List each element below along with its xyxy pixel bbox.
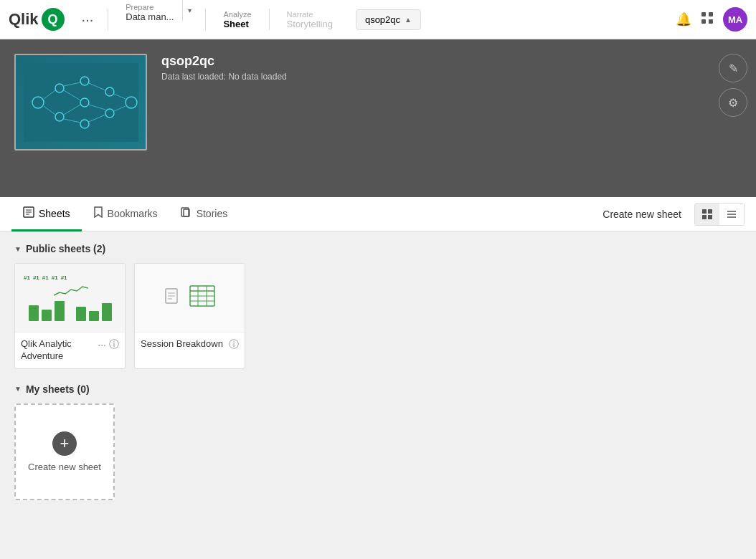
public-sheets-title: Public sheets (2) — [26, 243, 105, 254]
sheet-name-sb: Session Breakdown — [141, 338, 223, 350]
tab-right-area: Create new sheet — [595, 203, 745, 226]
narrate-label: Narrate — [287, 10, 333, 19]
sheet-name-qaa: Qlik Analytic Adventure — [21, 338, 98, 363]
tab-sheets[interactable]: Sheets — [11, 197, 82, 231]
card-info-icon-sb[interactable]: ⓘ — [229, 338, 239, 351]
prepare-value: Data man... — [126, 11, 174, 22]
my-sheets-header[interactable]: ▼ My sheets (0) — [14, 383, 742, 395]
nav-divider-1 — [108, 9, 108, 30]
analyze-button[interactable]: Analyze Sheet — [214, 7, 260, 32]
svg-rect-31 — [702, 209, 707, 214]
stories-tab-icon — [181, 206, 192, 220]
apps-grid-icon[interactable] — [700, 11, 714, 29]
settings-button[interactable]: ⚙ — [719, 88, 747, 117]
sheet-card-sb[interactable]: Session Breakdown ⓘ — [134, 263, 245, 369]
svg-rect-4 — [24, 63, 138, 142]
my-sheets-title: My sheets (0) — [26, 383, 90, 395]
hero-app-info: qsop2qc Data last loaded: No data loaded — [161, 54, 287, 82]
prepare-label: Prepare — [126, 3, 174, 11]
prepare-dropdown-arrow[interactable]: ▾ — [182, 0, 197, 22]
app-name-text: qsop2qc — [365, 14, 400, 25]
create-plus-icon: + — [52, 431, 77, 456]
stories-tab-label: Stories — [197, 208, 228, 219]
qlik-logo[interactable]: Qlik Q — [9, 8, 65, 31]
create-new-sheet-label: Create new sheet — [28, 462, 101, 472]
thumbnail-inner — [16, 55, 146, 149]
thumbnail-chart — [24, 63, 138, 142]
narrate-value: Storytelling — [287, 19, 333, 29]
nav-divider-2 — [205, 9, 206, 30]
bookmarks-tab-icon — [93, 206, 103, 220]
public-sheets-header[interactable]: ▼ Public sheets (2) — [14, 243, 742, 254]
card-footer-qaa: Qlik Analytic Adventure ··· ⓘ — [15, 332, 125, 368]
content-area: ▼ Public sheets (2) #1 #1 #1 #1 #1 — [0, 231, 756, 559]
card-thumbnail-sb — [135, 264, 245, 332]
app-name-pill[interactable]: qsop2qc ▲ — [356, 9, 421, 30]
svg-rect-32 — [708, 209, 712, 214]
app-thumbnail — [14, 54, 147, 150]
prepare-button[interactable]: Prepare Data man... — [117, 0, 182, 39]
narrate-button[interactable]: Narrate Storytelling — [278, 7, 341, 32]
svg-rect-2 — [701, 19, 706, 24]
tab-stories[interactable]: Stories — [169, 197, 240, 231]
create-sheet-top-button[interactable]: Create new sheet — [595, 204, 689, 224]
svg-rect-0 — [701, 12, 706, 16]
sheets-tab-icon — [23, 206, 34, 220]
bookmarks-tab-label: Bookmarks — [108, 208, 158, 219]
prepare-nav-section: Prepare Data man... ▾ — [117, 0, 197, 39]
app-name-chevron-icon: ▲ — [405, 16, 412, 24]
hero-data-status: Data last loaded: No data loaded — [161, 72, 287, 82]
page-icon — [165, 288, 178, 307]
top-navigation: Qlik Q ··· Prepare Data man... ▾ Analyze… — [0, 0, 756, 39]
grid-view-button[interactable] — [695, 204, 719, 225]
user-avatar[interactable]: MA — [723, 7, 747, 32]
card-thumbnail-qaa: #1 #1 #1 #1 #1 — [15, 264, 125, 332]
public-sheets-toggle-icon: ▼ — [14, 245, 22, 253]
public-sheets-grid: #1 #1 #1 #1 #1 — [14, 263, 742, 369]
qlik-wordmark: Qlik — [9, 10, 39, 29]
my-sheets-grid: + Create new sheet — [14, 403, 742, 500]
settings-icon: ⚙ — [728, 96, 738, 110]
list-view-button[interactable] — [719, 204, 744, 225]
edit-app-button[interactable]: ✎ — [719, 54, 747, 82]
card-actions-sb: ⓘ — [229, 338, 239, 351]
view-toggle — [694, 203, 745, 226]
qlik-q-icon: Q — [42, 8, 65, 31]
trend-line-icon — [52, 282, 88, 298]
svg-rect-34 — [708, 215, 712, 219]
tab-bar: Sheets Bookmarks Stories Create new shee… — [0, 197, 756, 231]
card-more-icon-qaa[interactable]: ··· — [98, 339, 106, 350]
edit-icon: ✎ — [729, 62, 738, 75]
hero-section: qsop2qc Data last loaded: No data loaded… — [0, 39, 756, 197]
table-icon — [189, 285, 215, 311]
hero-app-name: qsop2qc — [161, 54, 287, 69]
sheet-card-qaa[interactable]: #1 #1 #1 #1 #1 — [14, 263, 126, 369]
card-actions-qaa: ··· ⓘ — [98, 338, 119, 351]
analyze-label: Analyze — [223, 10, 251, 19]
create-new-sheet-card[interactable]: + Create new sheet — [14, 403, 115, 500]
nav-divider-3 — [269, 9, 270, 30]
logo-area: Qlik Q — [9, 8, 65, 31]
hero-action-buttons: ✎ ⚙ — [719, 54, 747, 117]
tab-bookmarks[interactable]: Bookmarks — [82, 197, 169, 231]
card-footer-sb: Session Breakdown ⓘ — [135, 332, 245, 357]
notifications-bell-icon[interactable]: 🔔 — [676, 11, 691, 27]
svg-rect-1 — [709, 12, 713, 16]
card-info-icon-qaa[interactable]: ⓘ — [109, 338, 119, 351]
nav-more-button[interactable]: ··· — [76, 9, 100, 31]
sheets-tab-label: Sheets — [39, 208, 70, 219]
nav-right-area: 🔔 MA — [676, 7, 747, 32]
svg-rect-3 — [709, 19, 713, 24]
analyze-value: Sheet — [223, 19, 251, 29]
svg-rect-33 — [702, 215, 707, 219]
my-sheets-toggle-icon: ▼ — [14, 385, 22, 393]
